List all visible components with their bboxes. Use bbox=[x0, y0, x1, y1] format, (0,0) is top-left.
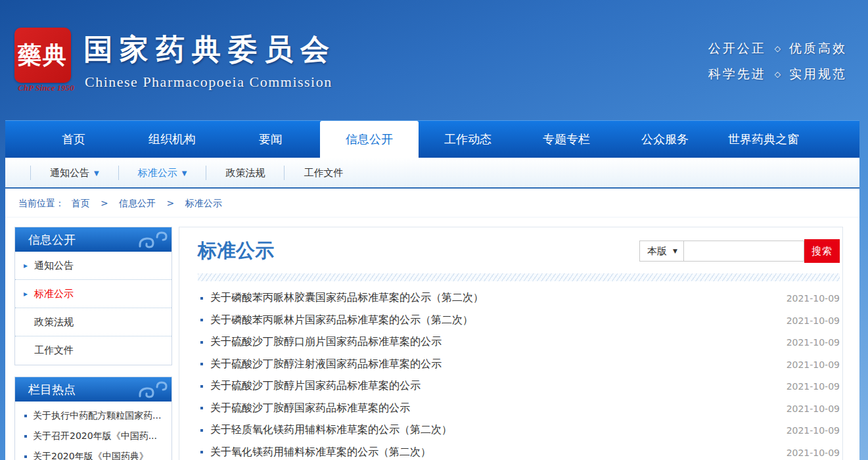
sidebar-item-policies[interactable]: 政策法规 bbox=[15, 308, 171, 336]
diamond-icon: ◇ bbox=[775, 70, 781, 79]
hot-item-label: 关于执行中药配方颗粒国家药... bbox=[33, 410, 161, 421]
search-scope-select[interactable]: 本版 ▼ bbox=[639, 241, 684, 262]
sidebar-item-work-documents[interactable]: 工作文件 bbox=[15, 336, 171, 365]
hot-list-item[interactable]: 关于召开2020年版《中国药... bbox=[15, 426, 171, 446]
announcement-link[interactable]: 关于硫酸沙丁胺醇注射液国家药品标准草案的公示 bbox=[210, 357, 442, 371]
announcement-date: 2021-10-09 bbox=[787, 293, 840, 304]
header-slogans: 公开公正◇优质高效 科学先进◇实用规范 bbox=[708, 35, 847, 87]
chevron-down-icon: ▼ bbox=[182, 170, 187, 177]
breadcrumb-separator: > bbox=[101, 198, 108, 208]
sidebar-hot-title: 栏目热点 bbox=[15, 377, 171, 402]
sidebar: 信息公开 ▸通知公告 ▸标准公示 政策法规 工作文件 栏目热点 关于执行中药配方… bbox=[14, 227, 172, 460]
bullet-icon bbox=[200, 429, 203, 432]
arrow-right-icon: ▸ bbox=[24, 252, 28, 280]
announcement-date: 2021-10-09 bbox=[787, 403, 840, 414]
announcement-date: 2021-10-09 bbox=[787, 337, 840, 348]
page-wrapper: 首页 组织机构 要闻 信息公开 工作动态 专题专栏 公众服务 世界药典之窗 通知… bbox=[5, 120, 859, 460]
nav-tab-public-service[interactable]: 公众服务 bbox=[616, 121, 714, 158]
sidebar-hot-title-text: 栏目热点 bbox=[28, 382, 76, 396]
list-item: 关于硫酸沙丁胺醇口崩片国家药品标准草案的公示2021-10-09 bbox=[200, 331, 840, 354]
announcement-link[interactable]: 关于磷酸苯丙哌林胶囊国家药品标准草案的公示（第二次） bbox=[210, 291, 484, 305]
slogan-text: 实用规范 bbox=[789, 66, 847, 81]
cloud-decoration-icon bbox=[137, 231, 168, 249]
hot-item-label: 关于召开2020年版《中国药... bbox=[33, 430, 157, 441]
panel-head: 标准公示 本版 ▼ 搜索 bbox=[198, 239, 840, 264]
breadcrumb-link-information[interactable]: 信息公开 bbox=[119, 198, 156, 208]
slogan-text: 科学先进 bbox=[708, 66, 766, 81]
breadcrumb-label: 当前位置： bbox=[18, 198, 64, 208]
bullet-icon bbox=[200, 385, 203, 388]
subnav-label: 政策法规 bbox=[225, 167, 265, 179]
announcement-date: 2021-10-09 bbox=[787, 359, 840, 370]
announcement-date: 2021-10-09 bbox=[787, 425, 840, 436]
slogan-text: 公开公正 bbox=[708, 41, 766, 55]
subnav-item-policies[interactable]: 政策法规 bbox=[206, 166, 284, 180]
list-item: 关于磷酸苯丙哌林片国家药品标准草案的公示（第二次）2021-10-09 bbox=[200, 310, 840, 332]
hot-list-item[interactable]: 关于2020年版《中国药典》 bbox=[15, 446, 171, 460]
list-item: 关于硫酸沙丁胺醇片国家药品标准草案的公示2021-10-09 bbox=[200, 375, 840, 398]
sub-nav: 通知公告▼ 标准公示▼ 政策法规 工作文件 bbox=[5, 158, 859, 189]
slogan-text: 优质高效 bbox=[789, 41, 847, 55]
announcement-link[interactable]: 关于硫酸沙丁胺醇口崩片国家药品标准草案的公示 bbox=[210, 335, 442, 349]
announcement-link[interactable]: 关于磷酸苯丙哌林片国家药品标准草案的公示（第二次） bbox=[210, 313, 473, 327]
announcement-link[interactable]: 关于硫酸沙丁胺醇国家药品标准草案的公示 bbox=[210, 402, 410, 415]
bullet-icon bbox=[200, 319, 203, 321]
subnav-label: 标准公示 bbox=[138, 167, 177, 179]
list-item: 关于硫酸沙丁胺醇注射液国家药品标准草案的公示2021-10-09 bbox=[200, 354, 840, 376]
slogan-line: 科学先进◇实用规范 bbox=[708, 61, 847, 87]
main-nav: 首页 组织机构 要闻 信息公开 工作动态 专题专栏 公众服务 世界药典之窗 bbox=[5, 120, 859, 158]
site-subtitle: Chinese Pharmacopoeia Commission bbox=[85, 74, 332, 91]
announcement-link[interactable]: 关于氧化镁药用辅料标准草案的公示（第二次） bbox=[210, 446, 431, 459]
announcement-link[interactable]: 关于轻质氧化镁药用辅料标准草案的公示（第二次） bbox=[210, 423, 452, 437]
sidebar-hot-box: 栏目热点 关于执行中药配方颗粒国家药... 关于召开2020年版《中国药... … bbox=[14, 377, 172, 460]
breadcrumb-link-standard[interactable]: 标准公示 bbox=[185, 198, 222, 208]
bullet-icon bbox=[24, 415, 27, 417]
bullet-icon bbox=[200, 451, 203, 453]
slogan-line: 公开公正◇优质高效 bbox=[708, 35, 847, 61]
sidebar-item-label: 通知公告 bbox=[34, 260, 74, 271]
sidebar-item-label: 标准公示 bbox=[34, 288, 74, 300]
arrow-right-icon: ▸ bbox=[24, 280, 28, 308]
hatched-divider bbox=[198, 273, 840, 281]
announcement-date: 2021-10-09 bbox=[787, 448, 840, 458]
site-header: 藥典 ChP Since 1950 国家药典委员会 Chinese Pharma… bbox=[0, 0, 868, 120]
announcement-date: 2021-10-09 bbox=[787, 381, 840, 392]
nav-tab-work-trends[interactable]: 工作动态 bbox=[419, 121, 517, 158]
cloud-decoration-icon bbox=[137, 380, 168, 399]
announcement-list: 关于磷酸苯丙哌林胶囊国家药品标准草案的公示（第二次）2021-10-09 关于磷… bbox=[200, 287, 840, 460]
hot-list-item[interactable]: 关于执行中药配方颗粒国家药... bbox=[15, 405, 171, 426]
nav-tab-home[interactable]: 首页 bbox=[24, 121, 123, 158]
subnav-item-notices[interactable]: 通知公告▼ bbox=[30, 166, 118, 180]
bullet-icon bbox=[200, 341, 203, 344]
breadcrumb-link-home[interactable]: 首页 bbox=[71, 198, 89, 208]
main-panel: 标准公示 本版 ▼ 搜索 关于磷酸苯丙哌林胶囊国家药品标准草案的公示（第二次）2… bbox=[179, 227, 843, 460]
sidebar-item-notices[interactable]: ▸通知公告 bbox=[15, 252, 171, 280]
subnav-item-standard-publicity[interactable]: 标准公示▼ bbox=[118, 166, 206, 180]
bullet-icon bbox=[24, 435, 27, 438]
sidebar-item-standard-publicity[interactable]: ▸标准公示 bbox=[15, 280, 171, 308]
search-button[interactable]: 搜索 bbox=[804, 239, 840, 263]
bullet-icon bbox=[200, 363, 203, 365]
announcement-link[interactable]: 关于硫酸沙丁胺醇片国家药品标准草案的公示 bbox=[210, 379, 421, 393]
bullet-icon bbox=[24, 455, 27, 458]
nav-tab-news[interactable]: 要闻 bbox=[221, 121, 320, 158]
chevron-down-icon: ▼ bbox=[673, 248, 677, 254]
sidebar-menu-box: 信息公开 ▸通知公告 ▸标准公示 政策法规 工作文件 bbox=[14, 227, 172, 365]
subnav-label: 通知公告 bbox=[50, 167, 89, 179]
search-bar: 本版 ▼ 搜索 bbox=[639, 239, 840, 263]
nav-tab-world-pharmacopoeia[interactable]: 世界药典之窗 bbox=[714, 121, 813, 158]
site-title: 国家药典委员会 bbox=[83, 30, 336, 69]
nav-tab-special-columns[interactable]: 专题专栏 bbox=[517, 121, 616, 158]
list-item: 关于磷酸苯丙哌林胶囊国家药品标准草案的公示（第二次）2021-10-09 bbox=[200, 287, 840, 310]
search-scope-value: 本版 bbox=[647, 245, 667, 258]
diamond-icon: ◇ bbox=[775, 44, 781, 53]
subnav-item-work-documents[interactable]: 工作文件 bbox=[284, 166, 362, 180]
nav-tab-information-disclosure[interactable]: 信息公开 bbox=[320, 121, 419, 158]
list-item: 关于硫酸沙丁胺醇国家药品标准草案的公示2021-10-09 bbox=[200, 398, 840, 420]
search-input[interactable] bbox=[684, 241, 804, 262]
sidebar-menu-title-text: 信息公开 bbox=[28, 233, 76, 246]
list-item: 关于氧化镁药用辅料标准草案的公示（第二次）2021-10-09 bbox=[200, 442, 840, 460]
nav-tab-organization[interactable]: 组织机构 bbox=[123, 121, 221, 158]
bullet-icon bbox=[200, 407, 203, 409]
logo-seal-icon[interactable]: 藥典 bbox=[14, 28, 71, 83]
